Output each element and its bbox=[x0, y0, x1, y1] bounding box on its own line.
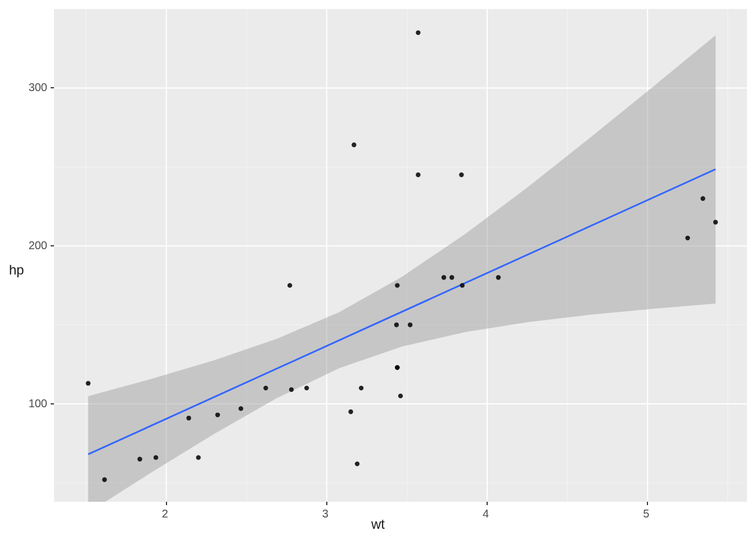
x-tick-label: 3 bbox=[322, 507, 328, 520]
data-point bbox=[496, 275, 501, 280]
data-point bbox=[215, 412, 220, 417]
data-point bbox=[287, 283, 292, 287]
plot-svg bbox=[54, 9, 747, 502]
data-point bbox=[263, 386, 268, 390]
data-point bbox=[238, 406, 243, 411]
y-axis-title: hp bbox=[9, 262, 24, 278]
data-point bbox=[395, 365, 399, 370]
x-tick-mark bbox=[487, 502, 488, 505]
data-point bbox=[355, 461, 359, 466]
x-tick-label: 4 bbox=[483, 507, 489, 520]
x-tick-label: 2 bbox=[162, 507, 168, 520]
data-point bbox=[395, 283, 399, 287]
data-point bbox=[304, 386, 309, 390]
data-point bbox=[154, 455, 158, 460]
y-tick-mark bbox=[51, 245, 54, 246]
data-point bbox=[700, 196, 705, 201]
x-tick-mark bbox=[326, 502, 327, 505]
x-tick-mark bbox=[647, 502, 648, 505]
data-point bbox=[352, 142, 356, 147]
data-point bbox=[348, 410, 353, 414]
data-point bbox=[196, 455, 200, 460]
data-point bbox=[102, 477, 107, 482]
x-axis-title: wt bbox=[371, 516, 385, 532]
data-point bbox=[416, 30, 420, 35]
confidence-band bbox=[88, 35, 716, 502]
x-tick-label: 5 bbox=[643, 507, 649, 520]
data-point bbox=[460, 283, 465, 287]
x-tick-mark bbox=[166, 502, 167, 505]
regression-line bbox=[88, 169, 716, 454]
data-point bbox=[442, 275, 446, 280]
data-point bbox=[416, 173, 420, 177]
data-point bbox=[398, 394, 403, 398]
data-point bbox=[289, 387, 294, 392]
data-point bbox=[459, 173, 464, 177]
y-tick-label: 100 bbox=[21, 397, 47, 410]
y-tick-mark bbox=[51, 403, 54, 404]
data-point bbox=[408, 322, 412, 327]
y-tick-mark bbox=[51, 87, 54, 88]
data-point bbox=[449, 275, 454, 280]
y-tick-label: 300 bbox=[21, 81, 47, 94]
data-point bbox=[137, 457, 142, 461]
data-point bbox=[685, 236, 690, 240]
data-point bbox=[186, 416, 191, 420]
plot-panel bbox=[54, 9, 747, 502]
data-point bbox=[394, 322, 399, 327]
scatter-plot: hp wt 1002003002345 bbox=[0, 0, 756, 540]
data-point bbox=[359, 386, 363, 390]
data-point bbox=[86, 381, 91, 385]
data-point bbox=[713, 220, 718, 224]
y-tick-label: 200 bbox=[21, 239, 47, 252]
